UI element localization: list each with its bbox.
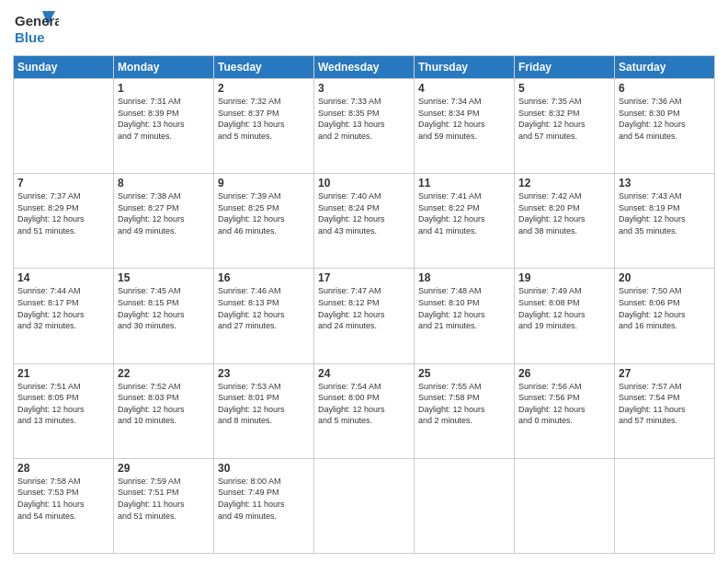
day-info: Sunrise: 7:42 AM Sunset: 8:20 PM Dayligh… [518,190,610,236]
calendar-cell: 21Sunrise: 7:51 AM Sunset: 8:05 PM Dayli… [14,363,114,458]
calendar-cell: 3Sunrise: 7:33 AM Sunset: 8:35 PM Daylig… [314,79,415,174]
calendar-cell: 23Sunrise: 7:53 AM Sunset: 8:01 PM Dayli… [214,363,314,458]
day-info: Sunrise: 7:40 AM Sunset: 8:24 PM Dayligh… [318,190,410,236]
calendar-cell: 17Sunrise: 7:47 AM Sunset: 8:12 PM Dayli… [314,269,415,363]
day-number: 21 [17,367,109,380]
day-number: 23 [218,367,310,380]
weekday-header: Sunday [14,56,114,79]
calendar-cell: 9Sunrise: 7:39 AM Sunset: 8:25 PM Daylig… [214,174,314,269]
calendar-cell: 4Sunrise: 7:34 AM Sunset: 8:34 PM Daylig… [415,79,515,174]
day-info: Sunrise: 7:36 AM Sunset: 8:30 PM Dayligh… [619,96,711,142]
calendar-cell: 19Sunrise: 7:49 AM Sunset: 8:08 PM Dayli… [515,269,615,363]
calendar-week-row: 7Sunrise: 7:37 AM Sunset: 8:29 PM Daylig… [14,174,715,269]
day-number: 20 [619,271,711,284]
weekday-row: SundayMondayTuesdayWednesdayThursdayFrid… [14,56,715,79]
day-info: Sunrise: 8:00 AM Sunset: 7:49 PM Dayligh… [218,476,310,522]
day-info: Sunrise: 7:37 AM Sunset: 8:29 PM Dayligh… [17,190,109,236]
weekday-header: Wednesday [314,56,415,79]
calendar-cell: 18Sunrise: 7:48 AM Sunset: 8:10 PM Dayli… [415,269,515,363]
weekday-header: Thursday [415,56,515,79]
calendar-header: SundayMondayTuesdayWednesdayThursdayFrid… [14,56,715,79]
calendar-cell: 11Sunrise: 7:41 AM Sunset: 8:22 PM Dayli… [415,174,515,269]
day-info: Sunrise: 7:39 AM Sunset: 8:25 PM Dayligh… [218,190,310,236]
day-number: 2 [218,82,310,95]
day-number: 6 [619,82,711,95]
day-number: 14 [17,271,109,284]
calendar-cell: 14Sunrise: 7:44 AM Sunset: 8:17 PM Dayli… [14,269,114,363]
logo: GeneralBlue [13,9,59,50]
calendar-cell: 25Sunrise: 7:55 AM Sunset: 7:58 PM Dayli… [415,363,515,458]
day-number: 11 [418,177,510,190]
day-number: 25 [418,367,510,380]
day-number: 4 [418,82,510,95]
day-number: 7 [17,177,109,190]
day-info: Sunrise: 7:51 AM Sunset: 8:05 PM Dayligh… [17,381,109,427]
day-number: 28 [17,462,109,475]
day-number: 22 [118,367,210,380]
calendar-cell: 12Sunrise: 7:42 AM Sunset: 8:20 PM Dayli… [515,174,615,269]
day-number: 30 [218,462,310,475]
day-info: Sunrise: 7:35 AM Sunset: 8:32 PM Dayligh… [518,96,610,142]
calendar-body: 1Sunrise: 7:31 AM Sunset: 8:39 PM Daylig… [14,79,715,554]
day-info: Sunrise: 7:47 AM Sunset: 8:12 PM Dayligh… [318,285,410,331]
day-number: 10 [318,177,410,190]
day-number: 27 [619,367,711,380]
calendar-table: SundayMondayTuesdayWednesdayThursdayFrid… [13,55,715,554]
day-info: Sunrise: 7:52 AM Sunset: 8:03 PM Dayligh… [118,381,210,427]
day-info: Sunrise: 7:32 AM Sunset: 8:37 PM Dayligh… [218,96,310,142]
day-number: 17 [318,271,410,284]
weekday-header: Tuesday [214,56,314,79]
day-info: Sunrise: 7:44 AM Sunset: 8:17 PM Dayligh… [17,285,109,331]
day-number: 12 [518,177,610,190]
day-info: Sunrise: 7:46 AM Sunset: 8:13 PM Dayligh… [218,285,310,331]
calendar-cell: 5Sunrise: 7:35 AM Sunset: 8:32 PM Daylig… [515,79,615,174]
calendar-cell: 7Sunrise: 7:37 AM Sunset: 8:29 PM Daylig… [14,174,114,269]
day-number: 15 [118,271,210,284]
calendar-cell [314,458,415,553]
day-info: Sunrise: 7:38 AM Sunset: 8:27 PM Dayligh… [118,190,210,236]
calendar-cell: 1Sunrise: 7:31 AM Sunset: 8:39 PM Daylig… [114,79,214,174]
day-number: 26 [518,367,610,380]
calendar-cell [415,458,515,553]
day-info: Sunrise: 7:34 AM Sunset: 8:34 PM Dayligh… [418,96,510,142]
weekday-header: Friday [515,56,615,79]
page: GeneralBlue SundayMondayTuesdayWednesday… [0,0,728,563]
day-number: 9 [218,177,310,190]
calendar-cell: 29Sunrise: 7:59 AM Sunset: 7:51 PM Dayli… [114,458,214,553]
day-number: 19 [518,271,610,284]
calendar-cell: 8Sunrise: 7:38 AM Sunset: 8:27 PM Daylig… [114,174,214,269]
calendar-cell [615,458,715,553]
day-info: Sunrise: 7:43 AM Sunset: 8:19 PM Dayligh… [619,190,711,236]
calendar-cell: 27Sunrise: 7:57 AM Sunset: 7:54 PM Dayli… [615,363,715,458]
day-info: Sunrise: 7:53 AM Sunset: 8:01 PM Dayligh… [218,381,310,427]
day-info: Sunrise: 7:50 AM Sunset: 8:06 PM Dayligh… [619,285,711,331]
calendar-cell [515,458,615,553]
calendar-week-row: 14Sunrise: 7:44 AM Sunset: 8:17 PM Dayli… [14,269,715,363]
day-number: 24 [318,367,410,380]
calendar-cell [14,79,114,174]
calendar-cell: 10Sunrise: 7:40 AM Sunset: 8:24 PM Dayli… [314,174,415,269]
day-info: Sunrise: 7:45 AM Sunset: 8:15 PM Dayligh… [118,285,210,331]
calendar-cell: 22Sunrise: 7:52 AM Sunset: 8:03 PM Dayli… [114,363,214,458]
calendar-cell: 24Sunrise: 7:54 AM Sunset: 8:00 PM Dayli… [314,363,415,458]
calendar-cell: 30Sunrise: 8:00 AM Sunset: 7:49 PM Dayli… [214,458,314,553]
day-number: 18 [418,271,510,284]
day-info: Sunrise: 7:41 AM Sunset: 8:22 PM Dayligh… [418,190,510,236]
day-info: Sunrise: 7:57 AM Sunset: 7:54 PM Dayligh… [619,381,711,427]
day-number: 13 [619,177,711,190]
calendar-cell: 20Sunrise: 7:50 AM Sunset: 8:06 PM Dayli… [615,269,715,363]
day-info: Sunrise: 7:54 AM Sunset: 8:00 PM Dayligh… [318,381,410,427]
day-info: Sunrise: 7:31 AM Sunset: 8:39 PM Dayligh… [118,96,210,142]
header: GeneralBlue [13,9,715,50]
day-info: Sunrise: 7:59 AM Sunset: 7:51 PM Dayligh… [118,476,210,522]
day-number: 29 [118,462,210,475]
day-info: Sunrise: 7:48 AM Sunset: 8:10 PM Dayligh… [418,285,510,331]
logo-svg: GeneralBlue [13,9,59,50]
calendar-cell: 26Sunrise: 7:56 AM Sunset: 7:56 PM Dayli… [515,363,615,458]
calendar-cell: 2Sunrise: 7:32 AM Sunset: 8:37 PM Daylig… [214,79,314,174]
svg-text:General: General [15,13,59,29]
calendar-cell: 28Sunrise: 7:58 AM Sunset: 7:53 PM Dayli… [14,458,114,553]
calendar-cell: 13Sunrise: 7:43 AM Sunset: 8:19 PM Dayli… [615,174,715,269]
day-number: 3 [318,82,410,95]
day-info: Sunrise: 7:49 AM Sunset: 8:08 PM Dayligh… [518,285,610,331]
